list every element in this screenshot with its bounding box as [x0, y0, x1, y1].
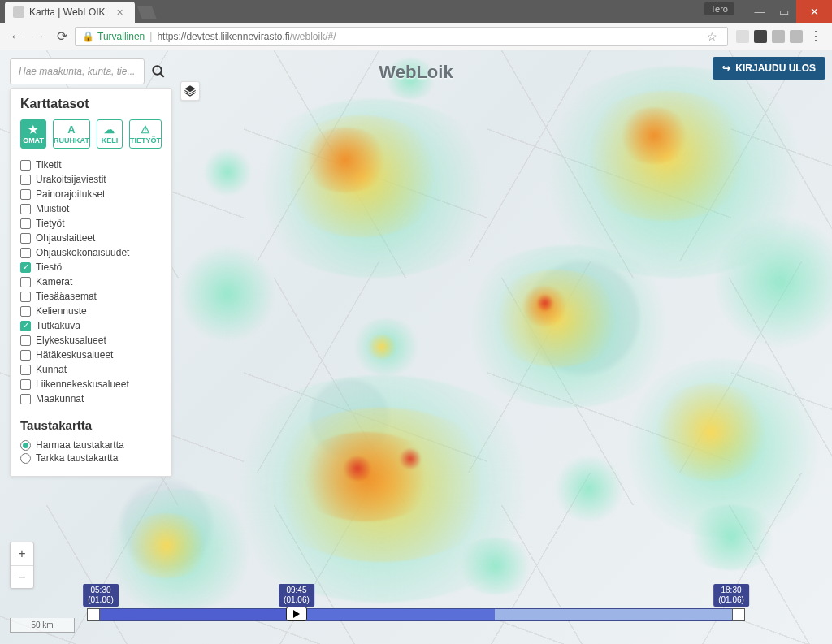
layer-item[interactable]: Hätäkeskusalueet: [20, 348, 162, 361]
address-bar[interactable]: 🔒 Turvallinen | https://devtest.liikenne…: [75, 27, 728, 46]
search-box[interactable]: [10, 58, 145, 84]
checkbox-icon[interactable]: [20, 292, 31, 302]
nav-forward-button[interactable]: →: [29, 27, 49, 46]
timeline-handle-start[interactable]: [87, 608, 100, 621]
window-minimize-button[interactable]: —: [748, 0, 772, 23]
checkbox-icon[interactable]: [20, 160, 31, 171]
category-label: RUUHKAT: [54, 136, 89, 145]
layer-item[interactable]: Tietyöt: [20, 217, 162, 230]
layers-panel: Karttatasot ★OMATARUUHKAT☁KELI⚠TIETYÖT T…: [10, 88, 172, 477]
timeline-end-date: (01.06): [718, 595, 744, 605]
checkbox-icon[interactable]: [20, 321, 31, 331]
layer-label: Elykeskusalueet: [36, 335, 106, 346]
layer-item[interactable]: Ohjauslaitteet: [20, 231, 162, 244]
timeline-current-date: (01.06): [284, 595, 310, 605]
checkbox-icon[interactable]: [20, 248, 31, 258]
layer-label: Muistiot: [36, 203, 69, 214]
category-button-tietyöt[interactable]: ⚠TIETYÖT: [129, 119, 162, 149]
timeline-handle-end[interactable]: [732, 608, 745, 621]
browser-tab[interactable]: Kartta | WebLOIK ×: [5, 2, 135, 23]
layer-item[interactable]: Painorajoitukset: [20, 188, 162, 201]
checkbox-icon[interactable]: [20, 365, 31, 375]
layer-item[interactable]: Liikennekeskusalueet: [20, 378, 162, 391]
scale-bar: 50 km: [10, 618, 75, 633]
timeline-fill-current: [297, 609, 494, 620]
checkbox-icon[interactable]: [20, 189, 31, 200]
radio-icon[interactable]: [20, 453, 31, 464]
checkbox-icon[interactable]: [20, 394, 31, 404]
search-input[interactable]: [19, 66, 136, 77]
checkbox-icon[interactable]: [20, 277, 31, 287]
url-path: /webloik/#/: [290, 31, 336, 42]
layer-item[interactable]: Tiketit: [20, 158, 162, 171]
checkbox-icon[interactable]: [20, 218, 31, 229]
tietyöt-icon: ⚠: [141, 124, 150, 135]
layer-item[interactable]: Tutkakuva: [20, 319, 162, 332]
zoom-in-button[interactable]: +: [11, 542, 33, 565]
svg-line-1: [160, 73, 164, 77]
category-button-ruuhkat[interactable]: ARUUHKAT: [53, 119, 90, 149]
layer-label: Kunnat: [36, 364, 67, 375]
checkbox-icon[interactable]: [20, 306, 31, 317]
basemap-title: Taustakartta: [20, 418, 162, 432]
layers-toggle-button[interactable]: [180, 81, 200, 101]
lock-icon: 🔒: [82, 31, 94, 42]
window-maximize-button[interactable]: ▭: [772, 0, 796, 23]
category-row: ★OMATARUUHKAT☁KELI⚠TIETYÖT: [20, 119, 162, 149]
checkbox-icon[interactable]: [20, 204, 31, 214]
ruuhkat-icon: A: [67, 124, 75, 135]
radio-icon[interactable]: [20, 440, 31, 451]
layer-item[interactable]: Keliennuste: [20, 305, 162, 318]
layer-item[interactable]: Maakunnat: [20, 392, 162, 405]
layer-label: Tutkakuva: [36, 320, 80, 331]
layer-item[interactable]: Kunnat: [20, 363, 162, 376]
logout-button[interactable]: ↪ KIRJAUDU ULOS: [713, 57, 826, 80]
extension-icon[interactable]: [736, 30, 749, 43]
nav-back-button[interactable]: ←: [6, 27, 26, 46]
zoom-out-button[interactable]: −: [11, 565, 33, 588]
extension-icon[interactable]: [790, 30, 803, 43]
layer-item[interactable]: Elykeskusalueet: [20, 334, 162, 347]
checkbox-icon[interactable]: [20, 350, 31, 361]
layer-item[interactable]: Tiestö: [20, 261, 162, 274]
checkbox-icon[interactable]: [20, 262, 31, 273]
map-viewport[interactable]: WebLoik ↪ KIRJAUDU ULOS Karttatasot ★OMA…: [0, 50, 832, 644]
timeline-track[interactable]: [88, 608, 744, 621]
browser-menu-button[interactable]: ⋮: [806, 27, 826, 46]
layer-item[interactable]: Tiesääasemat: [20, 290, 162, 303]
tab-close-icon[interactable]: ×: [117, 6, 124, 19]
layer-label: Ohjauslaitteet: [36, 232, 95, 244]
checkbox-icon[interactable]: [20, 233, 31, 244]
layer-item[interactable]: Urakoitsijaviestit: [20, 173, 162, 186]
layer-label: Tiesääasemat: [36, 291, 97, 302]
basemap-item[interactable]: Tarkka taustakartta: [20, 452, 162, 465]
basemap-item[interactable]: Harmaa taustakartta: [20, 439, 162, 452]
layer-item[interactable]: Kamerat: [20, 275, 162, 288]
zoom-control: + −: [10, 542, 34, 589]
layer-label: Maakunnat: [36, 393, 84, 404]
layer-item[interactable]: Muistiot: [20, 202, 162, 215]
timeline-current-time: 09:45: [286, 586, 306, 594]
timeline-end-label: 18:30 (01.06): [713, 584, 749, 607]
bookmark-star-icon[interactable]: ☆: [707, 30, 717, 43]
search-icon[interactable]: [150, 63, 167, 80]
layer-item[interactable]: Ohjauskokonaisuudet: [20, 246, 162, 259]
checkbox-icon[interactable]: [20, 335, 31, 346]
url-text: https://devtest.liikennevirasto.fi/weblo…: [157, 31, 336, 42]
nav-reload-button[interactable]: ⟳: [52, 27, 72, 46]
checkbox-icon[interactable]: [20, 175, 31, 185]
extension-icon[interactable]: [772, 30, 785, 43]
url-divider: |: [150, 31, 152, 42]
category-button-omat[interactable]: ★OMAT: [20, 119, 46, 149]
extension-icon[interactable]: [754, 30, 767, 43]
timeline-end-time: 18:30: [721, 586, 741, 594]
layer-label: Ohjauskokonaisuudet: [36, 247, 129, 258]
checkbox-icon[interactable]: [20, 379, 31, 390]
category-button-keli[interactable]: ☁KELI: [97, 119, 123, 149]
window-close-button[interactable]: ✕: [796, 0, 832, 23]
browser-toolbar: ← → ⟳ 🔒 Turvallinen | https://devtest.li…: [0, 23, 832, 50]
timeline-play-button[interactable]: [286, 607, 307, 621]
category-label: OMAT: [23, 136, 44, 145]
window-user-label[interactable]: Tero: [704, 2, 734, 15]
secure-label: Turvallinen: [98, 31, 145, 42]
